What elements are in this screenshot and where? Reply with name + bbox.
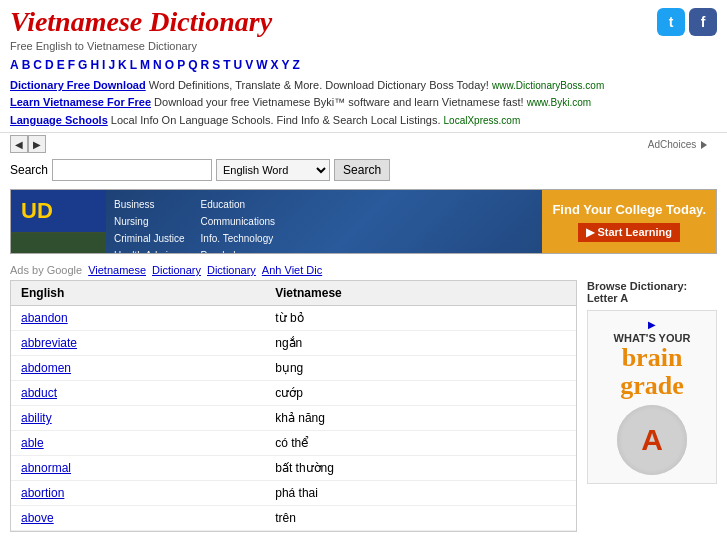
alphabet-link-t[interactable]: T <box>223 58 230 72</box>
ad-link-row-1: Dictionary Free Download Word Definition… <box>10 78 717 93</box>
alphabet-link-c[interactable]: C <box>33 58 42 72</box>
word-link-ability[interactable]: ability <box>21 411 52 425</box>
alphabet-link-z[interactable]: Z <box>293 58 300 72</box>
col-header-vietnamese: Vietnamese <box>265 281 576 306</box>
search-type-select[interactable]: English Word Vietnamese Word <box>216 159 330 181</box>
word-link-above[interactable]: above <box>21 511 54 525</box>
alphabet-link-q[interactable]: Q <box>188 58 197 72</box>
search-button[interactable]: Search <box>334 159 390 181</box>
banner-cta: Find Your College Today. ▶ Start Learnin… <box>542 190 716 253</box>
ad-link-title-1[interactable]: Dictionary Free Download <box>10 79 146 91</box>
banner-col2-row2: Communications <box>201 213 275 230</box>
alphabet-link-f[interactable]: F <box>68 58 75 72</box>
banner-col2-row1: Education <box>201 196 275 213</box>
ad-link-text-2: Download your free Vietnamese Byki™ soft… <box>154 96 527 108</box>
alphabet-link-u[interactable]: U <box>234 58 243 72</box>
alphabet-nav: ABCDEFGHIJKLMNOPQRSTUVWXYZ <box>0 54 727 76</box>
browse-title: Browse Dictionary: Letter A <box>587 280 717 304</box>
ad-link-title-2[interactable]: Learn Vietnamese For Free <box>10 96 151 108</box>
alphabet-link-g[interactable]: G <box>78 58 87 72</box>
table-row: abilitykhả năng <box>11 406 576 431</box>
search-bar: Search English Word Vietnamese Word Sear… <box>0 155 727 185</box>
banner-col1-row3: Criminal Justice <box>114 230 185 247</box>
banner-start-button[interactable]: ▶ Start Learning <box>578 223 680 242</box>
nav-arrows: ◀ ▶ <box>10 135 46 153</box>
ads-by-google-label: Ads by Google <box>10 264 82 276</box>
nav-back-button[interactable]: ◀ <box>10 135 28 153</box>
alphabet-link-o[interactable]: O <box>165 58 174 72</box>
main-content: English Vietnamese abandontừ bỏabbreviat… <box>0 280 727 532</box>
alphabet-link-n[interactable]: N <box>153 58 162 72</box>
word-link-abortion[interactable]: abortion <box>21 486 64 500</box>
word-link-able[interactable]: able <box>21 436 44 450</box>
word-link-abandon[interactable]: abandon <box>21 311 68 325</box>
banner-image: UD <box>11 190 106 253</box>
col-header-english: English <box>11 281 265 306</box>
alphabet-link-p[interactable]: P <box>177 58 185 72</box>
alphabet-link-l[interactable]: L <box>130 58 137 72</box>
alphabet-link-y[interactable]: Y <box>282 58 290 72</box>
banner-right-col: Education Communications Info. Technolog… <box>193 190 283 253</box>
ad-link-url-1: www.DictionaryBoss.com <box>492 80 604 91</box>
ad-link-row-3: Language Schools Local Info On Language … <box>10 113 717 128</box>
tabs-bar: Ads by Google Vietnamese Dictionary Dict… <box>0 258 727 276</box>
adchoices-triangle <box>701 141 707 149</box>
word-link-abduct[interactable]: abduct <box>21 386 57 400</box>
twitter-icon[interactable]: t <box>657 8 685 36</box>
subtitle: Free English to Vietnamese Dictionary <box>10 40 717 52</box>
social-icons: t f <box>657 8 717 36</box>
banner-logo: UD <box>11 190 106 232</box>
tab-vietnamese[interactable]: Vietnamese <box>88 264 146 276</box>
word-link-abbreviate[interactable]: abbreviate <box>21 336 77 350</box>
gear-circle: A <box>617 405 687 475</box>
alphabet-link-v[interactable]: V <box>245 58 253 72</box>
nav-forward-button[interactable]: ▶ <box>28 135 46 153</box>
alphabet-link-b[interactable]: B <box>22 58 31 72</box>
banner-ad: UD Business Nursing Criminal Justice Hea… <box>10 189 717 254</box>
ad-links: Dictionary Free Download Word Definition… <box>0 76 727 133</box>
alphabet-link-a[interactable]: A <box>10 58 19 72</box>
alphabet-link-k[interactable]: K <box>118 58 127 72</box>
table-row: abovetrên <box>11 506 576 531</box>
sidebar-ad: ▶ WHAT'S YOUR brain grade A <box>587 310 717 484</box>
adchoices: AdChoices <box>46 137 717 152</box>
tab-dictionary-2[interactable]: Dictionary <box>207 264 256 276</box>
ad-link-title-3[interactable]: Language Schools <box>10 114 108 126</box>
tab-dictionary-1[interactable]: Dictionary <box>152 264 201 276</box>
vietnamese-translation: trên <box>265 506 576 531</box>
banner-col1-row4: Health Admin. <box>114 247 185 254</box>
search-label: Search <box>10 163 48 177</box>
word-link-abdomen[interactable]: abdomen <box>21 361 71 375</box>
alphabet-link-m[interactable]: M <box>140 58 150 72</box>
alphabet-link-r[interactable]: R <box>200 58 209 72</box>
header: Vietnamese Dictionary Free English to Vi… <box>0 0 727 54</box>
banner-left-col: Business Nursing Criminal Justice Health… <box>106 190 193 253</box>
alphabet-link-h[interactable]: H <box>90 58 99 72</box>
banner-find-text: Find Your College Today. <box>552 202 706 219</box>
alphabet-link-d[interactable]: D <box>45 58 54 72</box>
alphabet-letters: ABCDEFGHIJKLMNOPQRSTUVWXYZ <box>10 58 303 72</box>
table-row: abbreviatengắn <box>11 331 576 356</box>
facebook-icon[interactable]: f <box>689 8 717 36</box>
banner-col1-row2: Nursing <box>114 213 185 230</box>
word-link-abnormal[interactable]: abnormal <box>21 461 71 475</box>
alphabet-link-j[interactable]: J <box>108 58 115 72</box>
table-row: ablecó thể <box>11 431 576 456</box>
banner-col1-row1: Business <box>114 196 185 213</box>
sidebar: Browse Dictionary: Letter A ▶ WHAT'S YOU… <box>587 280 717 532</box>
grade-label: grade <box>596 373 708 399</box>
vietnamese-translation: bụng <box>265 356 576 381</box>
dict-tbody: abandontừ bỏabbreviatengắnabdomenbụngabd… <box>11 306 576 531</box>
banner-col2-row3: Info. Technology <box>201 230 275 247</box>
alphabet-link-w[interactable]: W <box>256 58 267 72</box>
vietnamese-translation: khả năng <box>265 406 576 431</box>
alphabet-link-i[interactable]: I <box>102 58 105 72</box>
site-title: Vietnamese Dictionary <box>10 6 717 38</box>
tab-anh-viet-dic[interactable]: Anh Viet Dic <box>262 264 322 276</box>
alphabet-link-x[interactable]: X <box>271 58 279 72</box>
table-row: abdomenbụng <box>11 356 576 381</box>
ad-link-url-3: LocalXpress.com <box>444 115 521 126</box>
alphabet-link-e[interactable]: E <box>57 58 65 72</box>
alphabet-link-s[interactable]: S <box>212 58 220 72</box>
search-input[interactable] <box>52 159 212 181</box>
